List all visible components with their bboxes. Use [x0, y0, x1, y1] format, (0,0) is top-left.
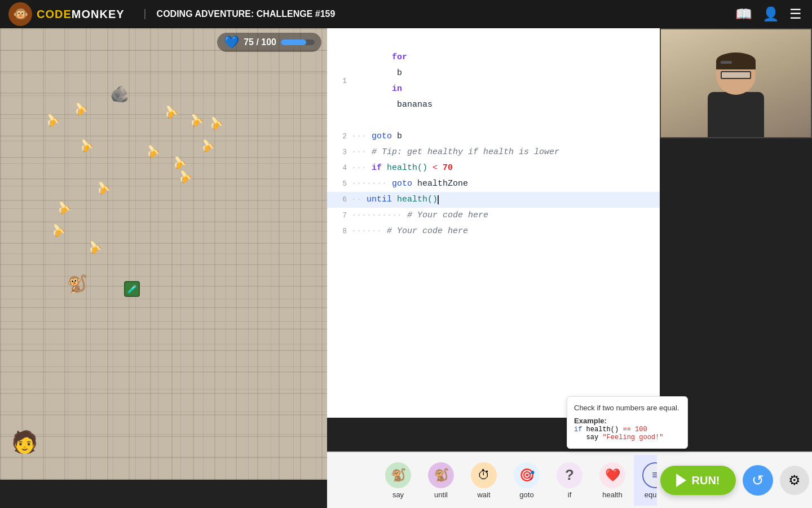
goto-icon: 🎯 — [514, 462, 540, 488]
tooltip-code-line1: if health() == 100 — [574, 426, 681, 433]
code-line-2: 2 ··· goto b — [327, 129, 660, 144]
banana: 🍌 — [49, 221, 67, 238]
code-area[interactable]: 1 for b in bananas 2 ··· goto b 3 ··· # … — [327, 28, 660, 245]
run-area: RUN! ↺ ⚙ — [657, 452, 812, 508]
until-label: until — [434, 491, 448, 499]
potion-item: 🧪 — [124, 281, 140, 297]
tooltip-popup: Check if two numbers are equal. Example:… — [567, 396, 688, 449]
health-bar — [281, 40, 315, 45]
code-line-8: 8 ······ # Your code here — [327, 224, 660, 239]
person-body — [708, 92, 764, 137]
tooltip-description: Check if two numbers are equal. — [574, 404, 681, 412]
health-icon: ❤️ — [599, 462, 625, 488]
top-navigation: 🐵 CODEMONKEY CODING ADVENTURE: CHALLENGE… — [0, 0, 812, 28]
health-hud: 💙 75 / 100 — [217, 33, 321, 52]
player-character: 🧑 — [11, 430, 38, 454]
health-bar-fill — [281, 40, 306, 45]
until-button[interactable]: 🐒 until — [420, 455, 462, 506]
wait-button[interactable]: ⏱ wait — [462, 455, 505, 506]
banana: 🍌 — [144, 142, 162, 159]
person-hair — [716, 52, 756, 69]
play-icon — [676, 474, 686, 487]
game-area: 💙 75 / 100 🪨 🍌 🍌 🍌 🍌 🍌 🍌 🍌 🍌 🍌 🍌 🍌 🍌 🍌 🍌… — [0, 28, 327, 480]
health-display: 75 / 100 — [244, 37, 276, 47]
wait-label: wait — [477, 491, 490, 499]
code-line-4: 4 ··· if health() < 70 — [327, 160, 660, 176]
goto-label: goto — [519, 491, 533, 499]
banana: 🍌 — [94, 178, 112, 196]
health-button[interactable]: ❤️ health — [591, 455, 634, 506]
if-icon: ? — [557, 462, 582, 488]
code-line-5: 5 ······· goto healthZone — [327, 176, 660, 192]
logo-area: 🐵 CODEMONKEY — [0, 0, 133, 28]
run-label: RUN! — [692, 474, 720, 487]
person-silhouette — [676, 55, 796, 137]
code-editor[interactable]: 1 for b in bananas 2 ··· goto b 3 ··· # … — [327, 28, 660, 418]
profile-icon[interactable]: 👤 — [762, 6, 779, 22]
banana: 🍌 — [77, 136, 95, 154]
rock-obstacle: 🪨 — [110, 85, 130, 103]
nav-right: 📖 👤 ☰ — [735, 6, 812, 22]
banana: 🍌 — [176, 167, 194, 185]
code-line-1: 1 for b in bananas — [327, 34, 660, 129]
if-label: if — [568, 491, 572, 499]
banana: 🍌 — [187, 111, 205, 128]
banana: 🍌 — [43, 111, 61, 128]
menu-icon[interactable]: ☰ — [789, 6, 802, 22]
gear-icon: ⚙ — [788, 472, 801, 488]
person-head — [716, 55, 756, 95]
say-icon: 🐒 — [385, 462, 411, 488]
health-label: health — [602, 491, 622, 499]
say-label: say — [392, 491, 404, 499]
cursor — [438, 195, 439, 204]
game-background: 💙 75 / 100 🪨 🍌 🍌 🍌 🍌 🍌 🍌 🍌 🍌 🍌 🍌 🍌 🍌 🍌 🍌… — [0, 28, 327, 480]
say-button[interactable]: 🐒 say — [377, 455, 420, 506]
goto-button[interactable]: 🎯 goto — [505, 455, 548, 506]
code-line-7: 7 ·········· # Your code here — [327, 208, 660, 224]
wait-icon: ⏱ — [471, 462, 497, 488]
until-icon: 🐒 — [428, 462, 454, 488]
enemy-monkey: 🐒 — [67, 274, 87, 294]
logo-monkey-icon: 🐵 — [8, 2, 32, 26]
run-button[interactable]: RUN! — [660, 466, 736, 495]
banana: 🍌 — [162, 102, 180, 120]
reset-button[interactable]: ↺ — [743, 465, 773, 496]
challenge-title: CODING ADVENTURE: CHALLENGE #159 — [144, 9, 336, 19]
person-glasses — [721, 71, 751, 79]
banana: 🍌 — [198, 136, 217, 154]
video-feed — [661, 29, 811, 137]
if-button[interactable]: ? if — [548, 455, 591, 506]
tooltip-code-line2: say "Feeling good!" — [574, 433, 681, 441]
banana: 🍌 — [55, 198, 73, 216]
code-line-6[interactable]: 6 ·· until health() — [327, 192, 660, 208]
video-overlay — [660, 28, 812, 138]
book-icon[interactable]: 📖 — [735, 6, 752, 22]
heart-icon: 💙 — [224, 35, 239, 50]
banana: 🍌 — [207, 113, 225, 131]
reset-icon: ↺ — [752, 472, 764, 489]
code-line-3: 3 ··· # Tip: get healthy if health is lo… — [327, 144, 660, 160]
tooltip-example-label: Example: — [574, 417, 607, 425]
logo-text: CODEMONKEY — [37, 8, 125, 21]
banana: 🍌 — [72, 99, 90, 117]
banana: 🍌 — [86, 238, 104, 255]
settings-button[interactable]: ⚙ — [780, 466, 809, 495]
